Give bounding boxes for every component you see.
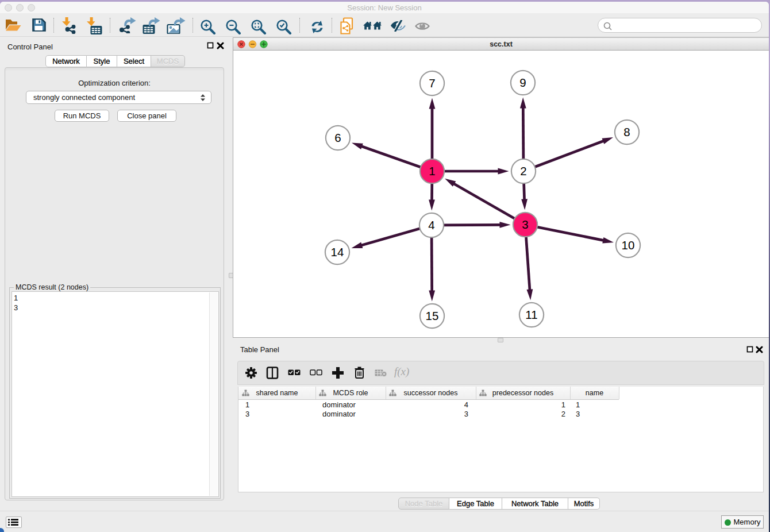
svg-text:15: 15 <box>426 309 439 322</box>
svg-text:9: 9 <box>519 76 526 89</box>
svg-text:10: 10 <box>622 238 635 252</box>
svg-text:2: 2 <box>520 164 526 178</box>
svg-text:4: 4 <box>428 218 434 232</box>
svg-text:1: 1 <box>429 164 435 178</box>
svg-text:6: 6 <box>334 131 341 144</box>
svg-text:11: 11 <box>525 308 537 321</box>
svg-text:7: 7 <box>429 76 435 90</box>
svg-text:14: 14 <box>331 245 344 259</box>
svg-text:3: 3 <box>522 218 528 231</box>
svg-text:8: 8 <box>623 125 630 138</box>
